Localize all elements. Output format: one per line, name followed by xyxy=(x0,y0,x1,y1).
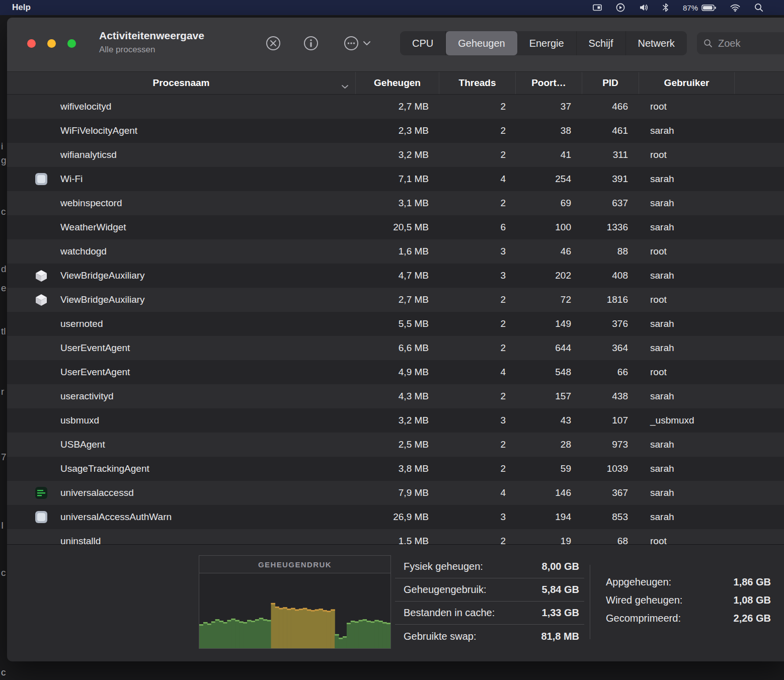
process-name: usbmuxd xyxy=(60,415,99,426)
footer-divider xyxy=(590,565,590,639)
app-icon-empty xyxy=(34,341,48,355)
tab-geheugen[interactable]: Geheugen xyxy=(446,31,517,55)
process-ports-cell: 72 xyxy=(516,288,582,312)
tab-schijf[interactable]: Schijf xyxy=(577,31,626,55)
process-name: WiFiVelocityAgent xyxy=(60,125,137,136)
process-name-cell: ViewBridgeAuxiliary xyxy=(7,288,356,312)
background-fragment: I xyxy=(1,520,4,531)
table-header: ProcesnaamGeheugenThreadsPoort…PIDGebrui… xyxy=(7,72,784,95)
process-pid-cell: 408 xyxy=(582,264,639,288)
stat-row: Gecomprimeerd:2,26 GB xyxy=(600,609,777,627)
column-header-procesnaam[interactable]: Procesnaam xyxy=(7,72,356,94)
process-row[interactable]: watchdogd1,6 MB34688root xyxy=(7,239,784,264)
process-name-cell: usbmuxd xyxy=(7,408,356,433)
tab-netwerk[interactable]: Netwerk xyxy=(626,31,687,55)
process-name: useractivityd xyxy=(60,391,114,402)
stat-label: Geheugengebruik: xyxy=(404,584,487,596)
process-memory-cell: 1,5 MB xyxy=(356,529,439,544)
process-name-cell: usernoted xyxy=(7,312,356,336)
process-row[interactable]: universalaccessd7,9 MB4146367sarah xyxy=(7,481,784,505)
process-name: Wi-Fi xyxy=(60,174,83,185)
process-row[interactable]: UserEventAgent4,9 MB454866root xyxy=(7,360,784,384)
process-name-cell: watchdogd xyxy=(7,239,356,264)
process-memory-cell: 4,3 MB xyxy=(356,384,439,408)
app-cube-icon xyxy=(34,293,48,307)
minimize-button[interactable] xyxy=(47,39,56,48)
display-icon[interactable] xyxy=(592,3,602,13)
process-pid-cell: 1816 xyxy=(582,288,639,312)
stop-process-button[interactable] xyxy=(265,35,281,51)
column-header-geheugen[interactable]: Geheugen xyxy=(356,72,439,94)
process-threads-cell: 3 xyxy=(439,264,516,288)
column-header-pid[interactable]: PID xyxy=(582,72,639,94)
process-ports-cell: 157 xyxy=(516,384,582,408)
search-field[interactable] xyxy=(697,32,784,54)
process-ports-cell: 254 xyxy=(516,167,582,191)
column-chevron-down-icon[interactable] xyxy=(342,80,348,92)
process-memory-cell: 4,7 MB xyxy=(356,264,439,288)
process-row[interactable]: ViewBridgeAuxiliary4,7 MB3202408sarah xyxy=(7,264,784,288)
process-user-cell: root xyxy=(639,360,735,384)
process-row[interactable]: USBAgent2,5 MB228973sarah xyxy=(7,433,784,457)
volume-icon[interactable] xyxy=(639,3,649,13)
process-row[interactable]: UserEventAgent6,6 MB2644364sarah xyxy=(7,336,784,360)
stat-value: 2,26 GB xyxy=(734,613,771,624)
process-threads-cell: 2 xyxy=(439,288,516,312)
process-user-cell: root xyxy=(639,239,735,264)
process-row[interactable]: webinspectord3,1 MB269637sarah xyxy=(7,191,784,215)
app-icon-empty xyxy=(34,244,48,259)
process-user-cell: sarah xyxy=(639,457,735,481)
process-row[interactable]: wifianalyticsd3,2 MB241311root xyxy=(7,143,784,167)
process-threads-cell: 6 xyxy=(439,215,516,239)
battery-indicator[interactable]: 87% xyxy=(683,3,717,13)
process-user-cell: root xyxy=(639,529,735,544)
process-name: UserEventAgent xyxy=(60,343,130,354)
spotlight-search-icon[interactable] xyxy=(754,3,764,13)
process-user-cell: sarah xyxy=(639,505,735,529)
process-memory-cell: 6,6 MB xyxy=(356,336,439,360)
app-icon-empty xyxy=(34,365,48,379)
column-header-poort[interactable]: Poort… xyxy=(516,72,582,94)
memory-pressure-title: GEHEUGENDRUK xyxy=(199,556,390,573)
inspect-process-button[interactable] xyxy=(303,35,319,51)
memory-breakdown-table: Appgeheugen:1,86 GBWired geheugen:1,08 G… xyxy=(600,573,777,627)
process-row[interactable]: wifivelocityd2,7 MB237466root xyxy=(7,95,784,119)
bluetooth-icon[interactable] xyxy=(662,3,670,13)
process-row[interactable]: WeatherWidget20,5 MB61001336sarah xyxy=(7,215,784,239)
fullscreen-button[interactable] xyxy=(67,39,76,48)
menu-status-icons: 87% xyxy=(592,3,784,13)
column-header-gebruiker[interactable]: Gebruiker xyxy=(639,72,735,94)
process-row[interactable]: WiFiVelocityAgent2,3 MB238461sarah xyxy=(7,119,784,143)
process-pid-cell: 637 xyxy=(582,191,639,215)
process-name: webinspectord xyxy=(60,198,122,209)
app-icon-empty xyxy=(34,100,48,114)
process-row[interactable]: universalAccessAuthWarn26,9 MB3194853sar… xyxy=(7,505,784,529)
more-options-button[interactable] xyxy=(343,35,370,51)
process-table: wifivelocityd2,7 MB237466rootWiFiVelocit… xyxy=(7,95,784,544)
process-row[interactable]: Wi-Fi7,1 MB4254391sarah xyxy=(7,167,784,191)
process-pid-cell: 66 xyxy=(582,360,639,384)
memory-summary-footer: GEHEUGENDRUK Fysiek geheugen:8,00 GBGehe… xyxy=(7,544,784,661)
process-row[interactable]: useractivityd4,3 MB2157438sarah xyxy=(7,384,784,408)
wifi-icon[interactable] xyxy=(730,3,741,13)
process-pid-cell: 466 xyxy=(582,95,639,119)
process-threads-cell: 2 xyxy=(439,384,516,408)
now-playing-icon[interactable] xyxy=(615,3,625,13)
search-input[interactable] xyxy=(718,38,783,49)
close-button[interactable] xyxy=(27,39,36,48)
process-ports-cell: 644 xyxy=(516,336,582,360)
menu-help[interactable]: Help xyxy=(12,3,31,13)
process-row[interactable]: UsageTrackingAgent3,8 MB2591039sarah xyxy=(7,457,784,481)
process-name-cell: useractivityd xyxy=(7,384,356,408)
tab-energie[interactable]: Energie xyxy=(517,31,577,55)
column-header-threads[interactable]: Threads xyxy=(439,72,516,94)
battery-percent: 87% xyxy=(683,4,698,12)
process-user-cell: sarah xyxy=(639,119,735,143)
tab-cpu[interactable]: CPU xyxy=(400,31,446,55)
process-row[interactable]: usernoted5,5 MB2149376sarah xyxy=(7,312,784,336)
process-row[interactable]: uninstalld1,5 MB21968root xyxy=(7,529,784,544)
process-row[interactable]: usbmuxd3,2 MB343107_usbmuxd xyxy=(7,408,784,433)
process-user-cell: sarah xyxy=(639,264,735,288)
process-pid-cell: 461 xyxy=(582,119,639,143)
process-row[interactable]: ViewBridgeAuxiliary2,7 MB2721816root xyxy=(7,288,784,312)
